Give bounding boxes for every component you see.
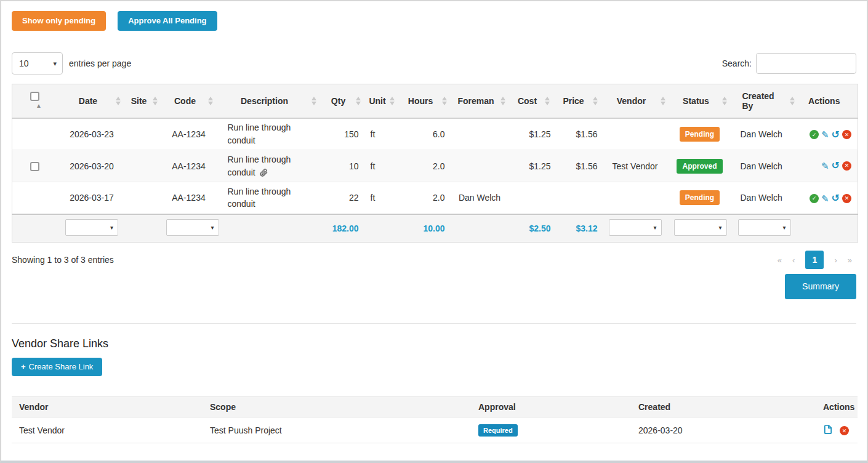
cell-date: 2026-03-17	[60, 182, 124, 214]
cell-date: 2026-03-20	[60, 150, 124, 182]
status-badge: Approved	[677, 159, 722, 174]
row-select-cell	[12, 118, 60, 150]
cell-actions: ✎ ↺ ✕	[798, 150, 858, 182]
cell-unit: ft	[364, 118, 398, 150]
created-by-filter-cell: ▾	[731, 214, 798, 243]
paperclip-icon[interactable]	[260, 169, 268, 177]
delete-icon[interactable]: ✕	[842, 130, 851, 139]
cell-foreman	[451, 150, 509, 182]
chevron-down-icon: ▾	[718, 220, 721, 235]
header-created-by[interactable]: Created By	[731, 84, 798, 118]
cell-actions: ✓ ✎ ↺ ✕	[798, 182, 858, 214]
status-badge: Pending	[680, 190, 720, 205]
delete-icon[interactable]: ✕	[842, 161, 851, 171]
header-price[interactable]: Price	[553, 84, 601, 118]
header-vendor[interactable]: Vendor	[601, 84, 669, 118]
history-icon[interactable]: ↺	[832, 161, 840, 171]
cell-status: Pending	[669, 182, 731, 214]
header-site[interactable]: Site	[124, 84, 161, 118]
vendor-filter-cell: ▾	[601, 214, 669, 243]
row-select-cell	[12, 150, 60, 182]
cell-hours: 2.0	[398, 150, 451, 182]
summary-button[interactable]: Summary	[785, 274, 856, 299]
share-cell-approval: Required	[471, 417, 631, 443]
header-date[interactable]: Date	[60, 84, 124, 118]
share-links-table: Vendor Scope Approval Created Actions Te…	[12, 397, 858, 443]
entries-per-page-select[interactable]: 10 ▾	[12, 52, 63, 74]
chevron-down-icon: ▾	[782, 220, 786, 235]
share-cell-vendor: Test Vendor	[12, 417, 203, 443]
header-hours[interactable]: Hours	[398, 84, 451, 118]
share-header-created: Created	[631, 397, 816, 417]
cell-hours: 6.0	[398, 118, 451, 150]
cell-vendor	[601, 182, 669, 214]
entries-per-page-value: 10	[19, 58, 29, 68]
cell-actions: ✓ ✎ ↺ ✕	[798, 118, 858, 150]
cell-code: AA-1234	[161, 150, 217, 182]
status-filter-select[interactable]: ▾	[674, 219, 727, 236]
sort-icon	[661, 97, 666, 105]
sort-icon	[153, 97, 158, 105]
cell-code: AA-1234	[161, 182, 217, 214]
approve-icon[interactable]: ✓	[810, 130, 819, 139]
select-all-checkbox[interactable]	[30, 92, 39, 101]
pagination-previous[interactable]: ‹	[792, 256, 795, 265]
cell-created-by: Dan Welch	[731, 118, 798, 150]
pagination-page-1[interactable]: 1	[805, 251, 824, 269]
cell-cost	[509, 182, 553, 214]
show-only-pending-button[interactable]: Show only pending	[12, 11, 106, 31]
chevron-down-icon: ▾	[110, 220, 113, 235]
chevron-down-icon: ▾	[653, 220, 656, 235]
section-divider	[12, 323, 856, 324]
history-icon[interactable]: ↺	[832, 193, 840, 203]
cell-status: Pending	[669, 118, 731, 150]
cell-cost: $1.25	[509, 118, 553, 150]
header-code[interactable]: Code	[161, 84, 217, 118]
delete-icon[interactable]: ✕	[842, 194, 851, 203]
pagination-last[interactable]: »	[848, 256, 852, 265]
delete-share-link-icon[interactable]: ✕	[840, 426, 849, 435]
edit-icon[interactable]: ✎	[821, 194, 829, 203]
pagination-next[interactable]: ›	[834, 256, 837, 265]
approve-icon[interactable]: ✓	[810, 194, 819, 203]
entries-per-page-label: entries per page	[69, 58, 131, 68]
header-qty[interactable]: Qty	[320, 84, 364, 118]
cell-site	[124, 118, 161, 150]
search-label: Search:	[722, 58, 752, 68]
header-description[interactable]: Description	[217, 84, 320, 118]
header-unit[interactable]: Unit	[364, 84, 398, 118]
sorted-asc-icon: ▲	[36, 102, 42, 109]
search-input[interactable]	[756, 53, 856, 74]
cell-status: Approved	[669, 150, 731, 182]
total-hours: 10.00	[398, 214, 451, 243]
table-row: 2026-03-20 AA-1234 Run line through cond…	[12, 150, 858, 182]
vendor-filter-select[interactable]: ▾	[609, 219, 662, 236]
code-filter-select[interactable]: ▾	[166, 219, 219, 236]
header-foreman[interactable]: Foreman	[451, 84, 509, 118]
create-share-link-button[interactable]: +Create Share Link	[12, 358, 102, 376]
approve-all-pending-button[interactable]: Approve All Pending	[118, 11, 217, 31]
header-status[interactable]: Status	[669, 84, 731, 118]
cell-unit: ft	[364, 150, 398, 182]
edit-icon[interactable]: ✎	[821, 161, 829, 171]
cell-site	[124, 150, 161, 182]
share-link-row: Test Vendor Test Puush Project Required …	[12, 417, 858, 443]
edit-icon[interactable]: ✎	[821, 130, 829, 139]
date-filter-select[interactable]: ▾	[65, 219, 118, 236]
share-links-header-row: Vendor Scope Approval Created Actions	[12, 397, 858, 417]
total-price: $3.12	[553, 214, 601, 243]
cell-description: Run line through conduit	[217, 150, 320, 182]
pagination-first[interactable]: «	[778, 256, 782, 265]
sort-icon	[356, 97, 361, 105]
sort-icon	[790, 97, 795, 105]
row-checkbox[interactable]	[30, 162, 39, 171]
header-cost[interactable]: Cost	[509, 84, 553, 118]
row-select-cell	[12, 182, 60, 214]
date-filter-cell: ▾	[60, 214, 124, 243]
created-by-filter-select[interactable]: ▾	[738, 219, 791, 236]
cell-price: $1.56	[553, 150, 601, 182]
copy-link-icon[interactable]	[823, 425, 832, 435]
cell-hours: 2.0	[398, 182, 451, 214]
cell-description: Run line through conduit	[217, 182, 320, 214]
history-icon[interactable]: ↺	[832, 130, 840, 140]
